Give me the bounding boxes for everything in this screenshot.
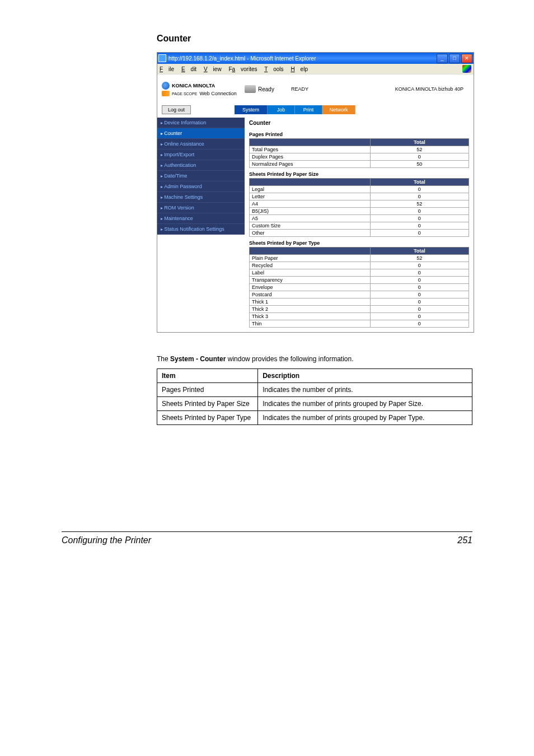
total-header: Total [370,179,469,186]
page-title: Counter [157,34,472,44]
menu-edit[interactable]: Edit [181,66,196,72]
web-connection-text: Web Connection [199,91,236,96]
browser-window: http://192.168.1.2/a_index.html - Micros… [157,52,474,333]
sidebar-item-import[interactable]: Import/Export [157,150,245,160]
sidebar-item-online[interactable]: Online Assistance [157,139,245,150]
titlebar: http://192.168.1.2/a_index.html - Micros… [157,53,474,64]
panel-title: Counter [249,118,469,128]
window-title: http://192.168.1.2/a_index.html - Micros… [168,55,316,62]
page-number: 251 [457,535,472,545]
desc-header: Description [258,369,472,383]
page-scope-icon [162,91,170,96]
table-row: Thick 10 [250,298,469,306]
tab-job[interactable]: Job [268,105,295,114]
total-header: Total [370,248,469,255]
table-row: Sheets Printed by Paper Type Indicates t… [157,411,472,425]
table-row: A50 [250,215,469,222]
tabs: System Job Print Network [235,105,355,114]
footer-title: Configuring the Printer [62,535,151,545]
close-button[interactable]: ✕ [461,54,472,63]
menu-tools[interactable]: Tools [264,66,283,72]
table-row: Transparency0 [250,277,469,284]
section-size-title: Sheets Printed by Paper Size [249,170,469,178]
ie-logo-icon [462,65,471,73]
logout-button[interactable]: Log out [162,105,191,114]
page-scope-text: PAGE SCOPE [172,92,197,96]
size-table: Total Legal0 Letter0 A452 B5(JIS)0 A50 C… [249,178,469,237]
table-row: Duplex Pages0 [250,153,469,161]
table-row: A452 [250,200,469,208]
total-header: Total [370,139,469,146]
tab-network[interactable]: Network [322,105,355,114]
table-row: Thick 20 [250,306,469,313]
pages-table: Total Total Pages52 Duplex Pages0 Normal… [249,138,469,168]
sidebar-item-status[interactable]: Status Notification Settings [157,224,245,235]
footer: Configuring the Printer 251 [62,531,472,545]
table-row: Envelope0 [250,284,469,291]
maximize-button[interactable]: □ [449,54,460,63]
table-row: Legal0 [250,186,469,193]
section-pages-title: Pages Printed [249,130,469,138]
table-row: Pages Printed Indicates the number of pr… [157,383,472,397]
sidebar: Device Information Counter Online Assist… [157,118,245,332]
description-table: Item Description Pages Printed Indicates… [157,368,472,425]
section-type-title: Sheets Printed by Paper Type [249,239,469,247]
sidebar-item-machine[interactable]: Machine Settings [157,192,245,203]
menubar: File Edit View Favorites Tools Help [157,64,474,74]
nav-row: Log out System Job Print Network [157,104,474,118]
menu-help[interactable]: Help [291,66,308,72]
ready-label: READY [291,86,308,92]
minimize-button[interactable]: _ [437,54,448,63]
ie-icon [158,54,166,62]
table-row: Label0 [250,269,469,277]
table-row: Plain Paper52 [250,255,469,262]
sidebar-item-maint[interactable]: Maintenance [157,213,245,224]
sidebar-item-date[interactable]: Date/Time [157,171,245,181]
tab-system[interactable]: System [235,105,268,114]
main-panel: Counter Pages Printed Total Total Pages5… [245,118,474,332]
info-paragraph: The System - Counter window provides the… [157,355,472,363]
table-row: Thin0 [250,320,469,328]
type-table: Total Plain Paper52 Recycled0 Label0 Tra… [249,247,469,328]
model-text: KONICA MINOLTA bizhub 40P [395,86,463,92]
table-row: Postcard0 [250,291,469,298]
sidebar-item-device[interactable]: Device Information [157,118,245,128]
table-row: Letter0 [250,193,469,200]
table-row: Sheets Printed by Paper Size Indicates t… [157,397,472,411]
table-row: Thick 30 [250,313,469,320]
sidebar-item-admin[interactable]: Admin Password [157,181,245,192]
table-row: Recycled0 [250,262,469,269]
window-buttons: _ □ ✕ [437,54,472,63]
table-row: B5(JIS)0 [250,208,469,215]
sidebar-item-auth[interactable]: Authentication [157,160,245,171]
table-row: Custom Size0 [250,222,469,230]
tab-print[interactable]: Print [295,105,322,114]
menu-view[interactable]: View [204,66,222,72]
sidebar-item-rom[interactable]: ROM Version [157,203,245,213]
menu-favorites[interactable]: Favorites [228,66,257,72]
sidebar-item-counter[interactable]: Counter [157,128,245,139]
status-text: Ready [258,86,274,92]
printer-icon [245,85,256,93]
table-row: Total Pages52 [250,146,469,153]
table-row: Normalized Pages50 [250,161,469,168]
menu-file[interactable]: File [160,66,174,72]
km-logo-icon [162,82,170,90]
item-header: Item [157,369,258,383]
header: KONICA MINOLTA PAGE SCOPE Web Connection… [157,74,474,104]
brand-name: KONICA MINOLTA [172,83,215,88]
table-row: Other0 [250,230,469,237]
